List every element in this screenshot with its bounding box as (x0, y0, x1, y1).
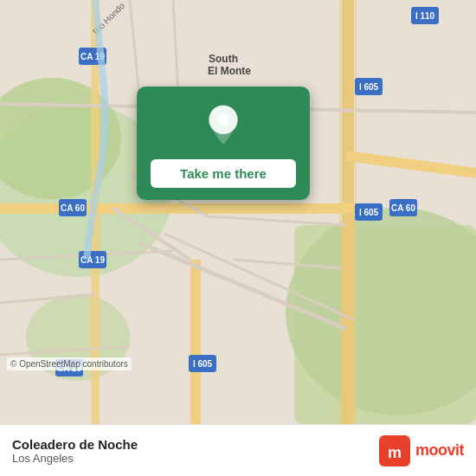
svg-point-46 (217, 114, 228, 125)
moovit-text: moovit (415, 441, 464, 460)
location-pin-icon (202, 104, 245, 147)
navigation-card: Take me there (137, 87, 310, 200)
moovit-icon: m (379, 435, 410, 466)
moovit-logo: m moovit (379, 435, 464, 466)
svg-text:m: m (388, 444, 402, 461)
map-copyright: © OpenStreetMap contributors (7, 357, 132, 370)
svg-text:CA 60: CA 60 (391, 203, 415, 213)
svg-rect-9 (0, 203, 363, 214)
svg-text:I 605: I 605 (359, 208, 379, 217)
svg-text:South: South (209, 53, 238, 65)
svg-text:CA 60: CA 60 (61, 203, 85, 213)
location-info: Coleadero de Noche Los Angeles (12, 437, 138, 465)
svg-text:I 110: I 110 (415, 11, 435, 21)
svg-text:I 605: I 605 (359, 82, 379, 92)
place-name: Coleadero de Noche (12, 437, 138, 452)
svg-rect-8 (190, 260, 201, 424)
place-city: Los Angeles (12, 452, 138, 465)
svg-text:I 605: I 605 (193, 359, 213, 369)
svg-text:El Monte: El Monte (208, 65, 251, 77)
bottom-bar: Coleadero de Noche Los Angeles m moovit (0, 424, 476, 476)
map-container: I 110 I 605 I 605 I 605 CA 60 CA 60 CA 1… (0, 0, 476, 424)
take-me-there-button[interactable]: Take me there (151, 159, 296, 188)
